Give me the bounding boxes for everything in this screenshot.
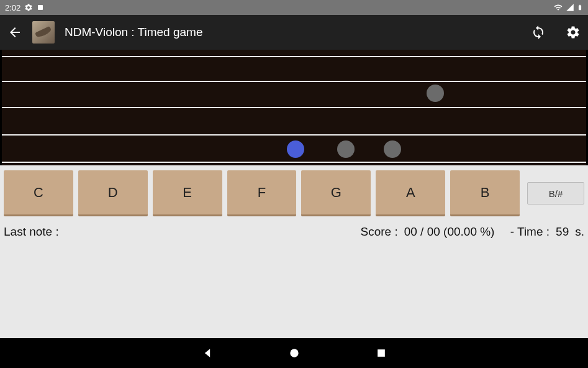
app-icon xyxy=(32,21,55,44)
battery-icon xyxy=(577,2,583,12)
back-button[interactable] xyxy=(7,25,22,40)
note-button-f[interactable]: F xyxy=(227,170,297,216)
time-value: 59 xyxy=(556,225,569,345)
android-nav-bar xyxy=(0,338,588,368)
nav-recent-icon[interactable] xyxy=(375,347,387,359)
score-label: Score : xyxy=(360,225,397,345)
status-bar: 2:02 xyxy=(0,0,588,15)
string xyxy=(2,81,586,82)
settings-button[interactable] xyxy=(566,25,581,40)
string xyxy=(2,162,586,163)
score-value: 00 / 00 (00.00 %) xyxy=(404,225,495,345)
note-button-b[interactable]: B xyxy=(450,170,520,216)
page-title: NDM-Violon : Timed game xyxy=(65,25,511,39)
status-time: 2:02 xyxy=(5,3,20,12)
time-label: - Time : xyxy=(510,225,550,345)
svg-rect-0 xyxy=(38,5,43,10)
string xyxy=(2,56,586,57)
note-dot xyxy=(337,140,355,158)
time-unit: s. xyxy=(575,225,584,345)
status-card-icon xyxy=(37,4,44,11)
wifi-icon xyxy=(553,3,563,12)
note-button-row: CDEFGABB/# xyxy=(0,165,588,221)
svg-rect-2 xyxy=(378,349,385,357)
note-dot xyxy=(287,140,304,158)
signal-icon xyxy=(566,3,574,12)
fretboard xyxy=(0,50,588,165)
string xyxy=(2,134,586,136)
note-button-a[interactable]: A xyxy=(376,170,445,216)
nav-home-icon[interactable] xyxy=(288,347,301,359)
note-dot xyxy=(384,140,401,158)
string xyxy=(2,107,586,108)
note-dot xyxy=(427,85,444,102)
note-button-c[interactable]: C xyxy=(4,170,73,216)
refresh-button[interactable] xyxy=(531,25,546,40)
svg-point-1 xyxy=(290,349,298,357)
last-note-label: Last note : xyxy=(4,225,59,345)
app-bar: NDM-Violon : Timed game xyxy=(0,15,588,50)
accidental-toggle-button[interactable]: B/# xyxy=(527,182,584,205)
note-button-e[interactable]: E xyxy=(153,170,222,216)
status-gear-icon xyxy=(24,3,33,12)
nav-back-icon[interactable] xyxy=(201,347,214,359)
info-row: Last note : Score : 00 / 00 (00.00 %) - … xyxy=(0,221,588,345)
note-button-g[interactable]: G xyxy=(301,170,371,216)
note-button-d[interactable]: D xyxy=(78,170,148,216)
